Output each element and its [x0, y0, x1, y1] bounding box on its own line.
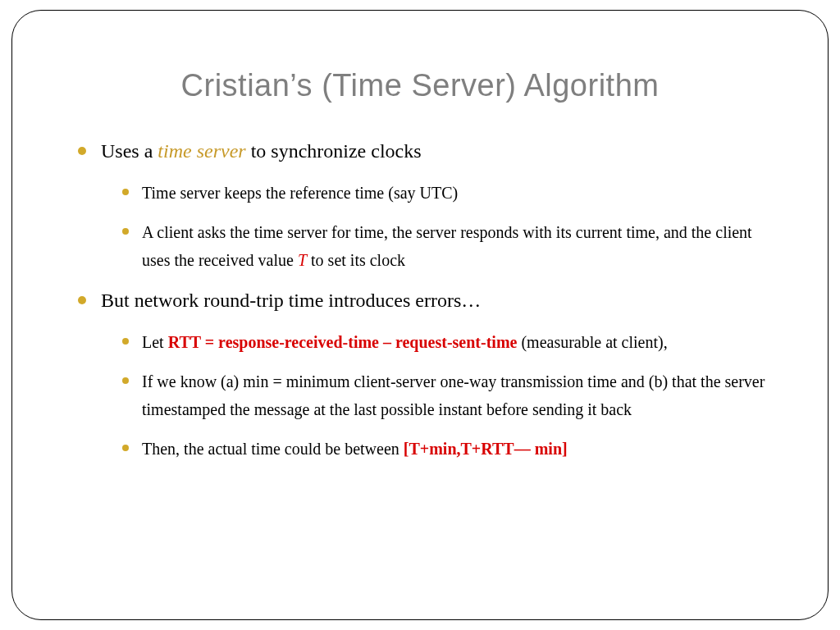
b2s1-pre: Let [142, 333, 168, 351]
slide-frame: Cristian’s (Time Server) Algorithm Uses … [11, 10, 829, 620]
bullet-1-highlight: time server [158, 140, 245, 162]
bullet-2-subs: Let RTT = response-received-time – reque… [101, 328, 778, 463]
b2s3-pre: Then, the actual time could be between [142, 440, 404, 458]
b2s3-bold: [T+min,T+RTT— min] [404, 440, 568, 458]
bullet-1-pre: Uses a [101, 140, 158, 162]
bullet-2-text: But network round-trip time introduces e… [101, 290, 481, 311]
slide-title: Cristian’s (Time Server) Algorithm [62, 68, 778, 103]
b1s2-post: to set its clock [307, 251, 405, 269]
b2s1-post: (measurable at client), [517, 333, 667, 351]
bullet-2-sub-2: If we know (a) min = minimum client-serv… [122, 368, 778, 423]
bullet-1-post: to synchronize clocks [246, 140, 422, 162]
b2s1-bold: RTT = response-received-time – request-s… [168, 333, 518, 351]
bullet-2-sub-3: Then, the actual time could be between [… [122, 435, 778, 463]
b1s2-pre: A client asks the time server for time, … [142, 223, 752, 269]
b1s2-T: T [298, 251, 307, 269]
bullet-1-subs: Time server keeps the reference time (sa… [101, 179, 778, 274]
bullet-1-sub-2: A client asks the time server for time, … [122, 218, 778, 274]
bullet-2: But network round-trip time introduces e… [78, 285, 778, 463]
bullet-list: Uses a time server to synchronize clocks… [62, 136, 778, 463]
bullet-1: Uses a time server to synchronize clocks… [78, 136, 778, 274]
bullet-1-sub-1: Time server keeps the reference time (sa… [122, 179, 778, 207]
bullet-2-sub-1: Let RTT = response-received-time – reque… [122, 328, 778, 356]
